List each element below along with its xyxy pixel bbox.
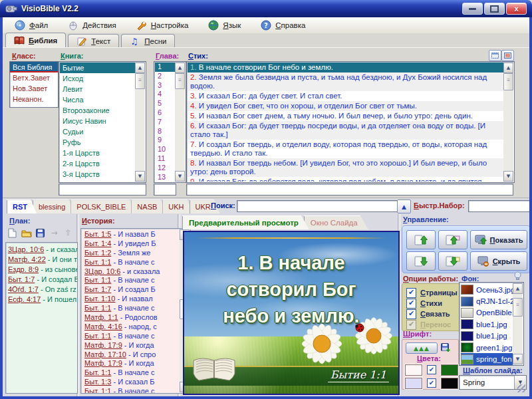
page-down-slide-button[interactable] <box>438 251 467 271</box>
verse-row[interactable]: 2. Земля же была безвидна и пуста, и тьм… <box>188 72 503 91</box>
background-scrollbar[interactable]: ▲ ▼ <box>513 283 523 364</box>
history-item[interactable]: 3Цар. 10:6 - и сказала <box>82 267 180 277</box>
history-item[interactable]: Матф. 1:1 - Родослов <box>82 313 180 323</box>
chapter-list[interactable]: 12345678910111213 ▲ ▼ <box>154 61 186 183</box>
book-item[interactable]: Числа <box>60 94 135 105</box>
page-down-button[interactable] <box>406 251 436 271</box>
title-bar[interactable]: VisioBible V2.2 x <box>0 0 532 17</box>
class-item[interactable]: Вся Библия <box>10 62 58 72</box>
scroll-down-icon[interactable]: ▼ <box>503 171 513 182</box>
book-item[interactable]: Исход <box>60 73 135 84</box>
history-item[interactable]: Быт. 1:10 - И назвал <box>82 295 180 304</box>
save-icon[interactable] <box>35 227 46 238</box>
history-item[interactable]: Матф. 17:10 - И спро <box>82 350 180 360</box>
history-item[interactable]: Быт. 1:1 - В начале с <box>82 304 180 313</box>
chapter-item[interactable]: 3 <box>155 81 175 90</box>
chapter-item[interactable]: 5 <box>155 99 175 108</box>
scroll-up-icon[interactable]: ▲ <box>135 63 145 73</box>
plan-item[interactable]: 4Öŕđ. 1:7 - On zaś rz <box>6 285 77 295</box>
history-item[interactable]: Быт. 1:7 - И создал Б <box>82 285 180 295</box>
verse-row[interactable]: 6. И сказал Бог: да будет твердь посреди… <box>188 121 503 140</box>
tab-text[interactable]: Текст <box>68 34 119 48</box>
verse-row[interactable]: 3. И сказал Бог: да будет свет. И стал с… <box>188 91 503 101</box>
template-select[interactable]: Spring ▼ <box>459 375 527 390</box>
background-item[interactable]: OpenBible.p <box>461 307 513 319</box>
verse-window-button[interactable] <box>489 50 501 61</box>
chapter-item[interactable]: 6 <box>155 108 175 118</box>
verse-list-button[interactable] <box>501 50 514 61</box>
chapter-scrollbar[interactable]: ▲ ▼ <box>175 63 185 182</box>
chapter-item[interactable]: 1 <box>155 63 175 72</box>
book-item[interactable]: Левит <box>60 84 135 94</box>
font-save-icon[interactable] <box>440 342 451 353</box>
close-button[interactable]: x <box>506 3 527 15</box>
scroll-up-icon[interactable]: ▲ <box>503 63 513 73</box>
quickset-input[interactable] <box>468 200 531 212</box>
book-item[interactable]: Второзаконие <box>60 105 135 116</box>
plan-item[interactable]: 3Цар. 10:6 - и сказал <box>6 245 77 255</box>
menu-item-language[interactable]: Язык <box>208 20 241 31</box>
checkbox-icon[interactable]: ✔ <box>406 309 416 319</box>
class-item[interactable]: Ветх.Завет <box>10 72 58 83</box>
book-item[interactable]: 4-я Царств <box>60 180 135 182</box>
background-item[interactable]: sunshine 2 <box>461 365 513 366</box>
history-item[interactable]: Быт. 1:1 - В начале с <box>82 332 180 341</box>
menu-item-file[interactable]: Файл <box>15 20 48 31</box>
book-item[interactable]: Иисус Навин <box>60 116 135 126</box>
plan-list[interactable]: 3Цар. 10:6 - и сказалМатф. 4:22 - И они … <box>5 242 78 394</box>
background-item[interactable]: blue1.jpg <box>461 331 513 342</box>
translation-tab-ukh[interactable]: UKH <box>162 200 193 213</box>
book-item[interactable]: 1-я Царств <box>60 148 135 158</box>
new-document-icon[interactable] <box>7 227 18 238</box>
tab-bible[interactable]: Библия <box>5 33 66 48</box>
history-list[interactable]: ▲ ▼ Быт. 1:5 - И назвал ББыт. 1:4 - И ув… <box>80 228 191 394</box>
background-item[interactable]: qRJN-1cl-2.j <box>461 295 513 307</box>
chapter-item[interactable]: 2 <box>155 72 175 81</box>
open-folder-icon[interactable] <box>21 227 32 238</box>
scroll-down-icon[interactable]: ▼ <box>175 171 185 182</box>
history-item[interactable]: Быт. 1:4 - И увидел Б <box>82 239 180 249</box>
chapter-item[interactable]: 13 <box>155 173 175 182</box>
color-swatch-left[interactable] <box>405 364 422 376</box>
tab-songs[interactable]: ♫ Песни <box>121 34 175 48</box>
class-list[interactable]: Вся БиблияВетх.ЗаветНов.ЗаветНеканон. <box>9 61 59 108</box>
verse-row[interactable]: 7. И создал Бог твердь, и отделил воду, … <box>188 140 503 158</box>
checkbox-icon[interactable]: ✔ <box>406 288 416 298</box>
bulb-icon[interactable] <box>513 271 522 281</box>
background-item[interactable]: blue1.jpg <box>461 319 513 330</box>
verse-row[interactable]: 8. И назвал Бог твердь небом. [И увидел … <box>188 158 503 177</box>
scroll-down-icon[interactable]: ▼ <box>513 354 523 364</box>
history-item[interactable]: Быт. 1:5 - И назвал Б <box>82 230 180 239</box>
hide-button[interactable]: Скрыть <box>470 251 527 271</box>
scroll-down-icon[interactable]: ▼ <box>135 171 145 182</box>
verse-scrollbar[interactable]: ▲ ▼ <box>503 63 513 182</box>
translation-tab-polsk_bible[interactable]: POLSK_BIBLE <box>70 200 135 213</box>
checkbox-icon[interactable]: ✔ <box>406 299 416 309</box>
menu-item-actions[interactable]: Действия <box>68 20 116 31</box>
plan-item[interactable]: Матф. 4:22 - И они т <box>6 255 77 265</box>
verse-row[interactable]: 1. В начале сотворил Бог небо и землю. <box>188 63 503 72</box>
history-item[interactable]: Быт. 1:3 - И сказал Б <box>82 378 180 387</box>
chapter-quick-input[interactable] <box>154 184 176 196</box>
verse-row[interactable]: 9. И сказал Бог: да соберется вода, кото… <box>188 177 503 182</box>
book-item[interactable]: Руфь <box>60 137 135 148</box>
slide-preview[interactable]: 1. В начале сотворил Бог небо и землю. <box>183 231 400 395</box>
chapter-item[interactable]: 12 <box>155 164 175 173</box>
menu-item-settings[interactable]: Настройка <box>136 20 189 31</box>
verse-row[interactable]: 4. И увидел Бог свет, что он хорош, и от… <box>188 101 503 111</box>
background-item[interactable]: spring_fon 2 <box>461 353 513 364</box>
history-item[interactable]: Быт. 1:1 - В начале с <box>82 387 180 394</box>
plan-item[interactable]: Ездр. 8:9 - из сынове <box>6 265 77 275</box>
book-item[interactable]: 2-я Царств <box>60 158 135 169</box>
background-list[interactable]: ▲ ▼ Осень3.jpgqRJN-1cl-2.jOpenBible.pblu… <box>459 282 524 366</box>
translation-tab-blessing[interactable]: blessing <box>33 200 74 213</box>
book-scrollbar[interactable]: ▲ ▼ <box>135 63 145 182</box>
page-up-button[interactable] <box>406 230 436 249</box>
plan-item[interactable]: Быт. 1:7 - И создал Б <box>6 275 77 285</box>
checkbox-icon[interactable]: ✔ <box>427 378 436 388</box>
font-increase-button[interactable]: ▲▲▲ <box>406 342 438 354</box>
menu-item-help[interactable]: ? Справка <box>261 20 305 31</box>
history-item[interactable]: Быт. 1:2 - Земля же <box>82 249 180 258</box>
search-up-button[interactable]: ▲ <box>397 200 411 213</box>
plan-item[interactable]: Есф. 4:17 - И пошел <box>6 295 77 305</box>
